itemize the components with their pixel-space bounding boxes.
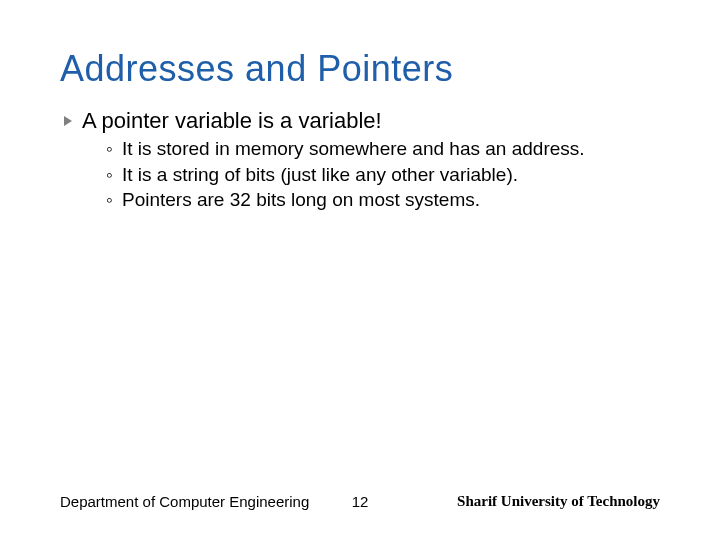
sub-bullet: It is stored in memory somewhere and has… [106, 136, 660, 162]
slide-title: Addresses and Pointers [60, 48, 660, 90]
footer: Department of Computer Engineering 12 Sh… [0, 493, 720, 510]
sub-bullet-list: It is stored in memory somewhere and has… [106, 136, 660, 213]
footer-university: Sharif University of Technology [457, 493, 660, 510]
sub-bullet: It is a string of bits (just like any ot… [106, 162, 660, 188]
slide: Addresses and Pointers A pointer variabl… [0, 0, 720, 540]
sub-bullet: Pointers are 32 bits long on most system… [106, 187, 660, 213]
page-number: 12 [352, 493, 369, 510]
main-bullet: A pointer variable is a variable! [64, 108, 660, 134]
footer-department: Department of Computer Engineering [60, 493, 309, 510]
